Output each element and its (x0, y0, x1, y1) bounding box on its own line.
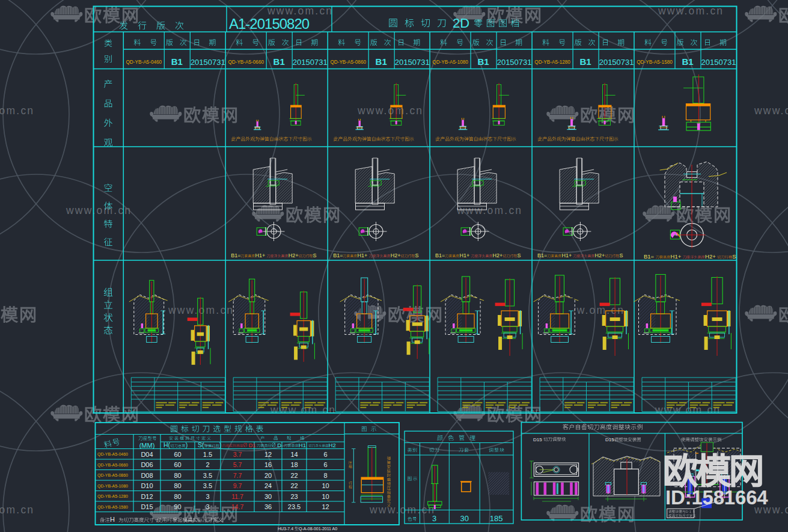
svg-text:H1+: H1+ (255, 252, 266, 258)
svg-text:A1-20150820: A1-20150820 (229, 16, 310, 32)
svg-text:B1: B1 (478, 57, 489, 67)
svg-text:www.om.cn: www.om.cn (754, 105, 788, 117)
svg-text:D15: D15 (605, 437, 614, 442)
svg-text:3.5: 3.5 (203, 472, 212, 479)
svg-text:90: 90 (174, 503, 181, 510)
svg-text:D15: D15 (533, 437, 542, 442)
svg-text:60: 60 (174, 451, 181, 458)
svg-text:): ) (219, 441, 222, 448)
svg-text:20: 20 (264, 472, 272, 479)
svg-text:23.5: 23.5 (288, 503, 301, 510)
svg-text:30: 30 (460, 514, 468, 523)
svg-text:QD-YB-A5-1280: QD-YB-A5-1280 (534, 60, 570, 65)
svg-text:B1=: B1= (644, 253, 655, 260)
svg-text:3: 3 (432, 514, 436, 523)
svg-text:20150731: 20150731 (293, 58, 328, 67)
svg-text:2D: 2D (453, 16, 469, 31)
svg-text:3.7: 3.7 (233, 451, 242, 458)
svg-text:S(: S( (198, 441, 204, 448)
svg-text:20150731: 20150731 (599, 58, 634, 67)
svg-text:14.7: 14.7 (231, 503, 244, 510)
svg-text:20150731: 20150731 (395, 58, 430, 67)
svg-text:22: 22 (290, 482, 298, 489)
svg-text:7.7: 7.7 (233, 472, 242, 479)
svg-text:6: 6 (323, 461, 327, 468)
svg-text:80: 80 (174, 472, 181, 479)
svg-text:22: 22 (290, 472, 298, 479)
svg-text:ID:1581664: ID:1581664 (665, 486, 768, 509)
svg-text:3.5: 3.5 (203, 482, 212, 489)
svg-text:H2+: H2+ (705, 253, 716, 260)
svg-text:D08: D08 (141, 472, 153, 479)
svg-text:H1+: H1+ (459, 252, 469, 258)
svg-text:www.om.cn: www.om.cn (66, 204, 132, 216)
svg-text:20150731: 20150731 (701, 58, 736, 67)
svg-text:16: 16 (264, 461, 272, 468)
svg-text:B1=: B1= (333, 252, 343, 258)
svg-text:www.om.cn: www.om.cn (0, 105, 34, 117)
svg-text:H1+: H1+ (561, 252, 572, 258)
svg-text:QD-YB-A5-0460: QD-YB-A5-0460 (97, 452, 128, 457)
svg-text:S: S (732, 253, 736, 260)
svg-text:H2+: H2+ (595, 252, 605, 258)
svg-text:QD-YB-A5-1580: QD-YB-A5-1580 (637, 60, 673, 65)
svg-text:QD-YB-A5-1580: QD-YB-A5-1580 (97, 505, 128, 510)
svg-text:): ) (186, 441, 188, 448)
svg-text:QD-YB-A5-1080: QD-YB-A5-1080 (432, 60, 468, 65)
svg-text:S: S (517, 252, 521, 258)
svg-text:www.om.cn: www.om.cn (357, 105, 423, 117)
svg-text:(MM): (MM) (139, 442, 155, 449)
svg-text:S: S (415, 252, 419, 258)
svg-text:B1: B1 (682, 57, 693, 67)
svg-text:HU3-7.4: HU3-7.4 (278, 527, 293, 531)
svg-text:H2+: H2+ (493, 252, 503, 258)
svg-text:D12: D12 (141, 493, 153, 500)
svg-text:H1+: H1+ (358, 252, 368, 258)
svg-text:QD-YB-A5-0660: QD-YB-A5-0660 (97, 463, 128, 468)
svg-text:QD-YB-A5-0860: QD-YB-A5-0860 (97, 473, 128, 478)
svg-text:www.om.cn: www.om.cn (655, 404, 721, 416)
svg-text:3: 3 (206, 493, 209, 500)
svg-text:24: 24 (264, 482, 272, 489)
svg-text:B1: B1 (376, 57, 387, 67)
svg-text:10: 10 (322, 493, 329, 500)
svg-text:QD-YB-A5-0860: QD-YB-A5-0860 (330, 60, 366, 65)
svg-text:B1=: B1= (537, 252, 547, 258)
svg-text:36: 36 (264, 503, 272, 510)
svg-text:www.om.cn: www.om.cn (0, 504, 34, 516)
svg-text:H: H (110, 516, 115, 523)
svg-text:S: S (619, 252, 623, 258)
svg-text:30: 30 (264, 493, 272, 500)
svg-text:B1: B1 (580, 57, 591, 67)
svg-text:H(: H( (163, 441, 171, 448)
svg-text:8: 8 (323, 472, 327, 479)
svg-text:11.7: 11.7 (231, 493, 243, 500)
svg-text:D06: D06 (141, 461, 153, 468)
svg-text:H2+: H2+ (391, 252, 401, 258)
svg-text:6: 6 (323, 451, 327, 458)
svg-text:B1=: B1= (231, 252, 240, 258)
svg-text:H2+: H2+ (289, 252, 299, 258)
svg-text:QD-YB-A5-1280: QD-YB-A5-1280 (97, 494, 128, 499)
svg-text:D04: D04 (141, 451, 153, 458)
svg-text:B1=: B1= (435, 252, 445, 258)
svg-text:20150731: 20150731 (191, 58, 225, 67)
svg-text:H2: H2 (329, 442, 336, 448)
svg-text:20150731: 20150731 (497, 58, 532, 67)
svg-text:12: 12 (322, 503, 329, 510)
svg-text:9.7: 9.7 (233, 482, 242, 489)
svg-text:B1: B1 (171, 57, 183, 67)
svg-text:QD-YB-A5-1080: QD-YB-A5-1080 (97, 484, 128, 489)
svg-text:www.om.cn: www.om.cn (168, 304, 234, 316)
svg-text:2: 2 (206, 461, 209, 468)
svg-text:185: 185 (490, 514, 503, 523)
svg-text:Q-A-08-001-2011 A0: Q-A-08-001-2011 A0 (299, 527, 337, 531)
svg-text:60: 60 (174, 461, 181, 468)
svg-text:18: 18 (290, 461, 298, 468)
svg-text:QD-YB-A5-0660: QD-YB-A5-0660 (228, 60, 264, 65)
svg-text:23: 23 (290, 493, 298, 500)
svg-text:14: 14 (290, 451, 298, 458)
svg-text:B1: B1 (273, 57, 285, 67)
svg-text:10: 10 (322, 482, 329, 489)
svg-text:D1: D1 (249, 442, 256, 448)
